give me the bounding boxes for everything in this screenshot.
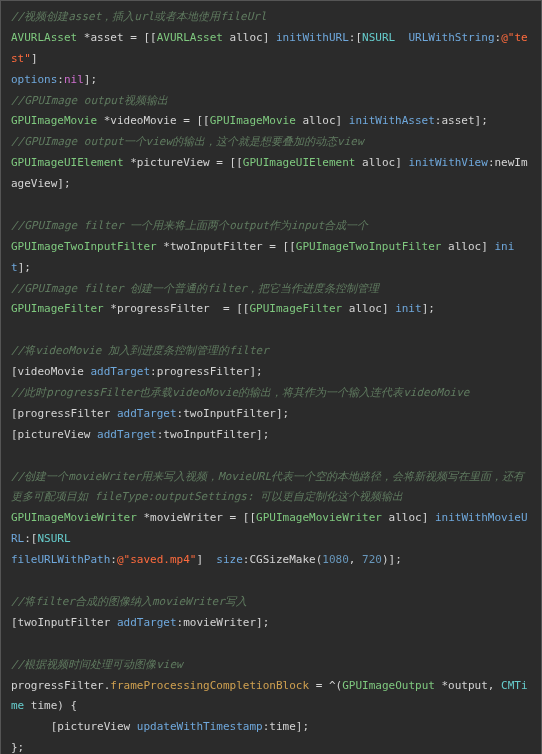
string: @"saved.mp4" — [117, 553, 196, 566]
type-token: NSURL — [38, 532, 71, 545]
comment: //GPUImage filter 一个用来将上面两个output作为input… — [11, 219, 368, 232]
method: initWithURL — [276, 31, 349, 44]
code-line: GPUImageUIElement *pictureView = [[GPUIm… — [11, 153, 531, 195]
text: progressFilter. — [11, 679, 110, 692]
text: :asset]; — [435, 114, 488, 127]
comment: //GPUImage output视频输出 — [11, 94, 168, 107]
text: :[ — [24, 532, 37, 545]
code-line: //创建一个movieWriter用来写入视频，MovieURL代表一个空的本地… — [11, 467, 531, 509]
number: 1080 — [322, 553, 349, 566]
text: alloc] — [441, 240, 494, 253]
method: addTarget — [90, 365, 150, 378]
code-block: //视频创建asset，插入url或者本地使用fileUrl AVURLAsse… — [0, 0, 542, 754]
comment: //GPUImage filter 创建一个普通的filter，把它当作进度条控… — [11, 282, 379, 295]
number: 720 — [362, 553, 382, 566]
blank-line — [11, 571, 531, 592]
code-line: //将videoMovie 加入到进度条控制管理的filter — [11, 341, 531, 362]
text: :progressFilter]; — [150, 365, 263, 378]
text: alloc] — [223, 31, 276, 44]
text: [pictureView — [11, 428, 97, 441]
blank-line — [11, 320, 531, 341]
blank-line — [11, 446, 531, 467]
text: ]; — [18, 261, 31, 274]
type-token: GPUImageUIElement — [11, 156, 124, 169]
text: *twoInputFilter = [[ — [157, 240, 296, 253]
text — [71, 532, 78, 545]
text: *videoMovie = [[ — [97, 114, 210, 127]
text: = ^( — [309, 679, 342, 692]
text: :CGSizeMake( — [243, 553, 322, 566]
text: : — [110, 553, 117, 566]
code-line: fileURLWithPath:@"saved.mp4"] size:CGSiz… — [11, 550, 531, 571]
text: alloc] — [382, 511, 435, 524]
text: :movieWriter]; — [177, 616, 270, 629]
code-line: //GPUImage output一个view的输出，这个就是想要叠加的动态vi… — [11, 132, 531, 153]
type-token: GPUImageMovieWriter — [11, 511, 137, 524]
text: *pictureView = [[ — [124, 156, 243, 169]
text: )]; — [382, 553, 402, 566]
method: init — [395, 302, 422, 315]
text: alloc] — [355, 156, 408, 169]
method: addTarget — [97, 428, 157, 441]
text: :time]; — [263, 720, 309, 733]
comment: //此时progressFilter也承载videoMovie的输出，将其作为一… — [11, 386, 469, 399]
type-token: GPUImageFilter — [11, 302, 104, 315]
method: initWithView — [408, 156, 487, 169]
text: *movieWriter = [[ — [137, 511, 256, 524]
code-line: [videoMovie addTarget:progressFilter]; — [11, 362, 531, 383]
text: ]; — [84, 73, 97, 86]
type-token: AVURLAsset — [11, 31, 77, 44]
blank-line — [11, 634, 531, 655]
type-token: GPUImageMovie — [210, 114, 296, 127]
text: ]; — [422, 302, 435, 315]
text: :twoInputFilter]; — [177, 407, 290, 420]
comment: //创建一个movieWriter用来写入视频，MovieURL代表一个空的本地… — [11, 470, 524, 504]
method: addTarget — [117, 616, 177, 629]
text: ] — [196, 553, 216, 566]
type-token: GPUImageMovie — [11, 114, 97, 127]
text: :[ — [349, 31, 362, 44]
type-token: GPUImageUIElement — [243, 156, 356, 169]
code-line: //此时progressFilter也承载videoMovie的输出，将其作为一… — [11, 383, 531, 404]
type-token: GPUImageFilter — [249, 302, 342, 315]
code-line: [pictureView addTarget:twoInputFilter]; — [11, 425, 531, 446]
method: options — [11, 73, 57, 86]
code-line: //GPUImage output视频输出 — [11, 91, 531, 112]
text: }; — [11, 741, 24, 754]
method: URLWithString — [408, 31, 494, 44]
comment: //GPUImage output一个view的输出，这个就是想要叠加的动态vi… — [11, 135, 364, 148]
text: :twoInputFilter]; — [157, 428, 270, 441]
code-line: //根据视频时间处理可动图像view — [11, 655, 531, 676]
code-line: AVURLAsset *asset = [[AVURLAsset alloc] … — [11, 28, 531, 70]
text: [progressFilter — [11, 407, 117, 420]
code-line: //GPUImage filter 创建一个普通的filter，把它当作进度条控… — [11, 279, 531, 300]
method: initWithAsset — [349, 114, 435, 127]
code-line: [twoInputFilter addTarget:movieWriter]; — [11, 613, 531, 634]
text: *progressFilter = [[ — [104, 302, 250, 315]
text: [twoInputFilter — [11, 616, 117, 629]
method: addTarget — [117, 407, 177, 420]
text: [pictureView — [11, 720, 137, 733]
text: , — [349, 553, 362, 566]
method: fileURLWithPath — [11, 553, 110, 566]
method: updateWithTimestamp — [137, 720, 263, 733]
code-line: GPUImageTwoInputFilter *twoInputFilter =… — [11, 237, 531, 279]
code-line: //视频创建asset，插入url或者本地使用fileUrl — [11, 7, 531, 28]
code-line: GPUImageFilter *progressFilter = [[GPUIm… — [11, 299, 531, 320]
code-line: progressFilter.frameProcessingCompletion… — [11, 676, 531, 718]
type-token: NSURL — [362, 31, 395, 44]
method: size — [216, 553, 243, 566]
code-line: //将filter合成的图像纳入movieWriter写入 — [11, 592, 531, 613]
text: [videoMovie — [11, 365, 90, 378]
code-line: }; — [11, 738, 531, 754]
code-line: //GPUImage filter 一个用来将上面两个output作为input… — [11, 216, 531, 237]
code-line: options:nil]; — [11, 70, 531, 91]
text — [395, 31, 408, 44]
keyword: nil — [64, 73, 84, 86]
property: frameProcessingCompletionBlock — [110, 679, 309, 692]
comment: //视频创建asset，插入url或者本地使用fileUrl — [11, 10, 267, 23]
text: *output, — [435, 679, 501, 692]
code-line: [pictureView updateWithTimestamp:time]; — [11, 717, 531, 738]
type-token: GPUImageMovieWriter — [256, 511, 382, 524]
type-token: GPUImageTwoInputFilter — [11, 240, 157, 253]
